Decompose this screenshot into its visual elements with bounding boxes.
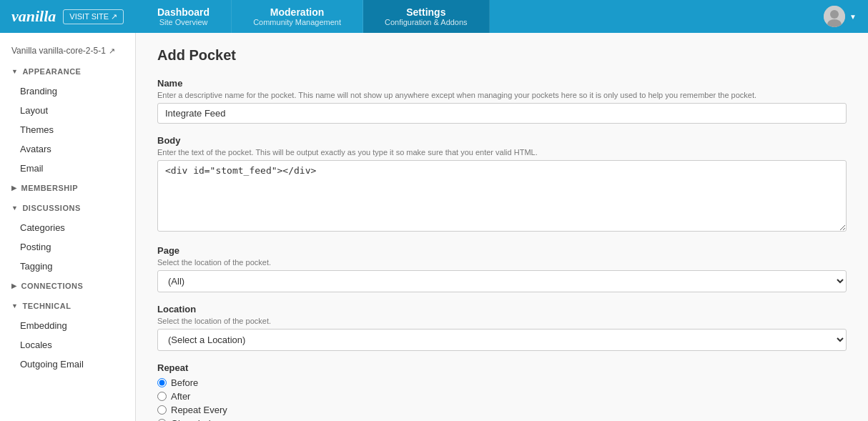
arrow-icon-connections: ▶ — [11, 282, 17, 289]
repeat-after-label[interactable]: After — [171, 391, 190, 402]
tab-moderation[interactable]: Moderation Community Management — [232, 0, 363, 33]
name-label: Name — [157, 78, 847, 89]
location-label: Location — [157, 304, 847, 314]
logo-text: vanilla — [11, 7, 56, 26]
sidebar-item-themes[interactable]: Themes — [0, 120, 135, 139]
name-input[interactable] — [157, 103, 847, 124]
sidebar: Vanilla vanilla-core-2-5-1 ↗ ▼ APPEARANC… — [0, 33, 136, 421]
tab-dashboard-title: Dashboard — [157, 6, 209, 18]
page-label: Page — [157, 245, 847, 256]
repeat-option-indexes: Given Indexes — [157, 418, 847, 421]
repeat-option-before: Before — [157, 377, 847, 388]
page-select[interactable]: (All) — [157, 270, 847, 292]
repeat-option-every: Repeat Every — [157, 405, 847, 415]
sidebar-section-discussions[interactable]: ▼ DISCUSSIONS — [0, 198, 135, 218]
repeat-before-label[interactable]: Before — [171, 377, 198, 388]
sidebar-section-technical-label: TECHNICAL — [22, 302, 71, 310]
breadcrumb-text: Vanilla vanilla-core-2-5-1 — [11, 46, 106, 56]
name-section: Name Enter a descriptive name for the po… — [157, 78, 847, 124]
tab-settings-sub: Configuration & Addons — [385, 18, 468, 26]
repeat-option-after: After — [157, 391, 847, 402]
repeat-indexes-label[interactable]: Given Indexes — [171, 418, 230, 421]
arrow-icon-discussions: ▼ — [11, 204, 18, 212]
sidebar-section-connections[interactable]: ▶ CONNECTIONS — [0, 276, 135, 296]
page-description: Select the location of the pocket. — [157, 258, 847, 267]
tab-moderation-title: Moderation — [270, 6, 324, 18]
name-description: Enter a descriptive name for the pocket.… — [157, 91, 847, 99]
page-layout: Vanilla vanilla-core-2-5-1 ↗ ▼ APPEARANC… — [0, 33, 868, 421]
sidebar-section-membership[interactable]: ▶ MEMBERSHIP — [0, 178, 135, 198]
sidebar-item-avatars[interactable]: Avatars — [0, 139, 135, 159]
visit-site-button[interactable]: VISIT SITE ↗ — [63, 9, 124, 24]
sidebar-item-embedding[interactable]: Embedding — [0, 316, 135, 335]
location-description: Select the location of the pocket. — [157, 317, 847, 325]
page-title: Add Pocket — [157, 47, 847, 64]
tab-dashboard[interactable]: Dashboard Site Overview — [136, 0, 232, 33]
arrow-icon-technical: ▼ — [11, 302, 18, 309]
arrow-icon-membership: ▶ — [11, 184, 17, 192]
sidebar-section-appearance-label: APPEARANCE — [22, 67, 81, 76]
repeat-radio-every[interactable] — [157, 405, 167, 415]
user-menu[interactable]: ▼ — [812, 0, 868, 33]
sidebar-section-connections-label: CONNECTIONS — [21, 282, 84, 290]
sidebar-item-tagging[interactable]: Tagging — [0, 257, 135, 276]
body-textarea[interactable] — [157, 160, 847, 232]
page-section: Page Select the location of the pocket. … — [157, 245, 847, 292]
sidebar-item-categories[interactable]: Categories — [0, 218, 135, 237]
sidebar-item-branding[interactable]: Branding — [0, 81, 135, 101]
tab-settings[interactable]: Settings Configuration & Addons — [363, 0, 490, 33]
body-description: Enter the text of the pocket. This will … — [157, 148, 847, 157]
tab-dashboard-sub: Site Overview — [159, 18, 208, 26]
body-label: Body — [157, 135, 847, 146]
chevron-down-icon: ▼ — [849, 13, 857, 21]
location-select[interactable]: (Select a Location) — [157, 329, 847, 351]
sidebar-item-layout[interactable]: Layout — [0, 101, 135, 120]
repeat-label: Repeat — [157, 362, 847, 373]
breadcrumb[interactable]: Vanilla vanilla-core-2-5-1 ↗ — [0, 40, 135, 61]
body-section: Body Enter the text of the pocket. This … — [157, 135, 847, 234]
logo-area: vanilla VISIT SITE ↗ — [0, 0, 136, 33]
main-content: Add Pocket Name Enter a descriptive name… — [136, 33, 868, 421]
repeat-every-label[interactable]: Repeat Every — [171, 405, 227, 415]
tab-moderation-sub: Community Management — [253, 18, 341, 26]
sidebar-item-locales[interactable]: Locales — [0, 335, 135, 355]
avatar — [824, 6, 845, 27]
top-nav: vanilla VISIT SITE ↗ Dashboard Site Over… — [0, 0, 868, 33]
sidebar-section-discussions-label: DISCUSSIONS — [22, 204, 80, 212]
sidebar-section-appearance[interactable]: ▼ APPEARANCE — [0, 61, 135, 81]
sidebar-section-membership-label: MEMBERSHIP — [21, 184, 79, 192]
external-link-icon: ↗ — [109, 46, 115, 56]
svg-point-1 — [830, 10, 839, 19]
sidebar-item-outgoing-email[interactable]: Outgoing Email — [0, 355, 135, 374]
tab-settings-title: Settings — [406, 6, 445, 18]
location-section: Location Select the location of the pock… — [157, 304, 847, 351]
arrow-icon: ▼ — [11, 68, 18, 75]
sidebar-item-posting[interactable]: Posting — [0, 237, 135, 257]
repeat-radio-after[interactable] — [157, 392, 167, 401]
sidebar-section-technical[interactable]: ▼ TECHNICAL — [0, 296, 135, 316]
repeat-section: Repeat Before After Repeat Every Given I… — [157, 362, 847, 421]
sidebar-item-email[interactable]: Email — [0, 159, 135, 178]
repeat-radio-before[interactable] — [157, 378, 167, 387]
nav-tabs: Dashboard Site Overview Moderation Commu… — [136, 0, 812, 33]
